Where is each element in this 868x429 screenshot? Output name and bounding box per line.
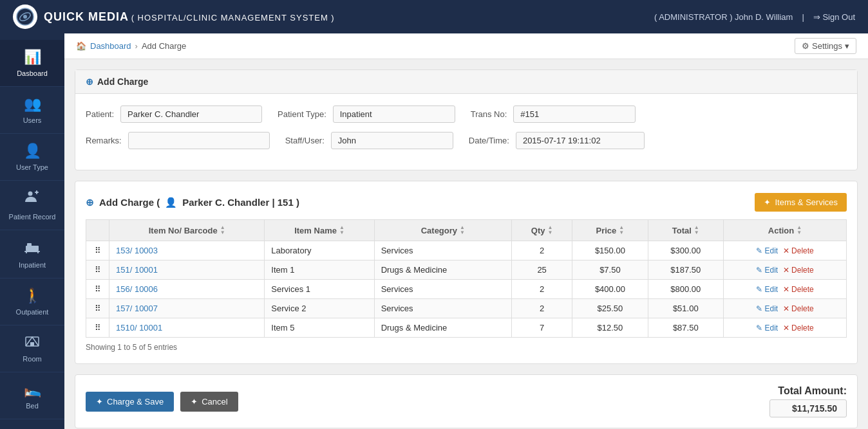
sidebar-label-users: Users	[23, 116, 42, 124]
sidebar-item-outpatient[interactable]: 🚶 Outpatient	[0, 278, 64, 325]
svg-point-3	[28, 192, 33, 196]
settings-button[interactable]: ⚙ Settings ▾	[795, 38, 856, 54]
logo-icon	[13, 5, 37, 29]
cell-item-no: 153/ 10003	[109, 241, 265, 260]
datetime-input[interactable]	[516, 132, 645, 149]
charge-table: Item No/ Barcode ▲▼ Item Name ▲▼	[86, 219, 847, 338]
edit-button[interactable]: ✎ Edit	[756, 246, 778, 255]
sidebar-item-inpatient[interactable]: Inpatient	[0, 230, 64, 278]
room-icon	[25, 334, 39, 351]
sidebar-label-inpatient: Inpatient	[19, 261, 46, 269]
edit-button[interactable]: ✎ Edit	[756, 304, 778, 313]
remarks-input[interactable]	[128, 132, 270, 149]
svg-point-2	[23, 15, 27, 19]
main-area: 🏠 Dashboard › Add Charge ⚙ Settings ▾ ⊕ …	[64, 33, 868, 429]
sidebar: 📊 Dasboard 👥 Users 👤 User Type Patient R…	[0, 33, 64, 429]
table-row: ⠿ 157/ 10007 Service 2 Services 2 $25.50…	[86, 299, 847, 318]
patient-type-label: Patient Type:	[278, 109, 326, 119]
cell-qty: 2	[512, 299, 572, 318]
delete-button[interactable]: ✕ Delete	[783, 324, 814, 333]
signout-link[interactable]: ⇒ Sign Out	[813, 12, 855, 22]
drag-handle: ⠿	[86, 299, 109, 318]
drag-handle: ⠿	[86, 280, 109, 299]
cell-item-name: Service 2	[265, 299, 374, 318]
patient-label: Patient:	[86, 109, 114, 119]
sidebar-label-dashboard: Dasboard	[17, 69, 48, 77]
cell-price: $25.50	[572, 299, 648, 318]
sidebar-item-usertype[interactable]: 👤 User Type	[0, 134, 64, 181]
delete-button[interactable]: ✕ Delete	[783, 285, 814, 294]
plus-circle-icon: ✦	[764, 197, 771, 207]
charge-save-button[interactable]: ✦ Charge & Save	[86, 392, 174, 412]
charge-table-card: ⊕ Add Charge ( 👤 Parker C. Chandler | 15…	[75, 181, 858, 364]
charge-save-icon: ✦	[96, 397, 103, 406]
plus-icon: ⊕	[86, 77, 93, 87]
sidebar-item-dashboard[interactable]: 📊 Dasboard	[0, 40, 64, 87]
staff-group: Staff/User:	[285, 132, 453, 149]
content-area: ⊕ Add Charge Patient: Patient Type:	[64, 59, 868, 429]
footer-buttons: ✦ Charge & Save ✦ Cancel	[86, 392, 238, 412]
edit-button[interactable]: ✎ Edit	[756, 324, 778, 333]
cell-total: $300.00	[648, 241, 723, 260]
item-no-link[interactable]: 156/ 10006	[116, 284, 158, 294]
logo: QUICK MEDIA ( HOSPITAL/CLINIC MANAGEMENT…	[13, 5, 335, 29]
breadcrumb-dashboard[interactable]: Dashboard	[90, 41, 131, 51]
cell-total: $87.50	[648, 318, 723, 338]
patient-type-input[interactable]	[333, 105, 455, 123]
delete-button[interactable]: ✕ Delete	[783, 246, 814, 255]
cell-item-no: 157/ 10007	[109, 299, 265, 318]
items-services-button[interactable]: ✦ Items & Services	[755, 193, 847, 212]
svg-rect-7	[27, 243, 32, 247]
patient-type-group: Patient Type:	[278, 105, 455, 123]
cell-total: $187.50	[648, 260, 723, 280]
cell-item-name: Laboratory	[265, 241, 374, 260]
section-title: ⊕ Add Charge ( 👤 Parker C. Chandler | 15…	[86, 197, 299, 208]
trans-no-input[interactable]	[513, 105, 636, 123]
edit-button[interactable]: ✎ Edit	[756, 285, 778, 294]
cell-price: $12.50	[572, 318, 648, 338]
sidebar-label-usertype: User Type	[16, 163, 48, 171]
delete-button[interactable]: ✕ Delete	[783, 266, 814, 275]
cell-item-no: 151/ 10001	[109, 260, 265, 280]
col-drag	[86, 220, 109, 241]
col-item-no: Item No/ Barcode ▲▼	[109, 220, 265, 241]
cell-item-name: Item 1	[265, 260, 374, 280]
cell-category: Drugs & Medicine	[374, 260, 511, 280]
table-row: ⠿ 151/ 10001 Item 1 Drugs & Medicine 25 …	[86, 260, 847, 280]
item-no-link[interactable]: 1510/ 10001	[116, 323, 162, 333]
breadcrumb: 🏠 Dashboard › Add Charge	[76, 41, 186, 51]
sidebar-label-room: Room	[23, 355, 41, 363]
col-item-name: Item Name ▲▼	[265, 220, 374, 241]
delete-button[interactable]: ✕ Delete	[783, 304, 814, 313]
sidebar-item-users[interactable]: 👥 Users	[0, 87, 64, 134]
sort-arrows-category: ▲▼	[460, 225, 465, 235]
cell-action: ✎ Edit ✕ Delete	[723, 299, 846, 318]
sidebar-item-bed[interactable]: 🛌 Bed	[0, 372, 64, 419]
cancel-button[interactable]: ✦ Cancel	[180, 392, 238, 412]
gear-icon: ⚙	[802, 41, 809, 51]
patient-person-icon: 👤	[165, 197, 177, 208]
item-no-link[interactable]: 151/ 10001	[116, 265, 158, 275]
item-no-link[interactable]: 153/ 10003	[116, 246, 158, 255]
patient-input[interactable]	[120, 105, 262, 123]
usertype-icon: 👤	[24, 143, 41, 160]
svg-rect-12	[30, 342, 34, 346]
user-info: ( ADMINISTRATOR ) John D. William	[654, 12, 793, 22]
sidebar-label-outpatient: Outpatient	[16, 308, 49, 316]
col-qty: Qty ▲▼	[512, 220, 572, 241]
sort-arrows-item-name: ▲▼	[339, 225, 344, 235]
table-header-row: Item No/ Barcode ▲▼ Item Name ▲▼	[86, 220, 847, 241]
top-nav-right: ( ADMINISTRATOR ) John D. William | ⇒ Si…	[654, 12, 855, 22]
breadcrumb-separator: ›	[135, 41, 138, 51]
cell-price: $7.50	[572, 260, 648, 280]
cell-price: $150.00	[572, 241, 648, 260]
item-no-link[interactable]: 157/ 10007	[116, 304, 158, 313]
sidebar-item-patient[interactable]: Patient Record	[0, 181, 64, 230]
breadcrumb-bar: 🏠 Dashboard › Add Charge ⚙ Settings ▾	[64, 33, 868, 59]
app-title: QUICK MEDIA ( HOSPITAL/CLINIC MANAGEMENT…	[44, 10, 335, 24]
edit-button[interactable]: ✎ Edit	[756, 266, 778, 275]
sidebar-item-room[interactable]: Room	[0, 325, 64, 372]
col-total: Total ▲▼	[648, 220, 723, 241]
staff-input[interactable]	[331, 132, 453, 149]
cell-category: Services	[374, 299, 511, 318]
